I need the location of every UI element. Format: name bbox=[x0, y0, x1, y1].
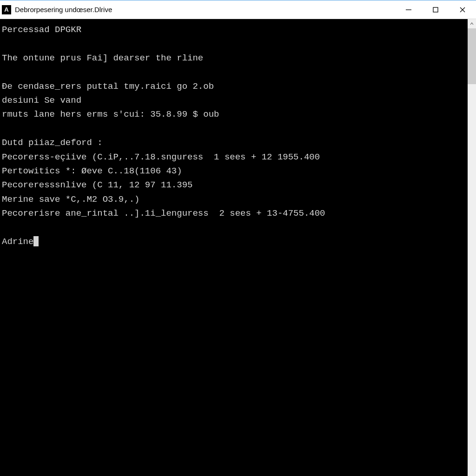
scroll-thumb[interactable] bbox=[468, 28, 476, 84]
terminal-prompt-line[interactable]: Adrine bbox=[2, 235, 466, 249]
vertical-scrollbar[interactable] bbox=[468, 19, 476, 476]
app-window: A Debrorpesering undœser.Dlrive bbox=[0, 0, 476, 476]
app-icon: A bbox=[2, 5, 11, 14]
terminal-line bbox=[2, 37, 466, 51]
terminal-line: Pertowitics *: Øeve C..18(1106 43) bbox=[2, 164, 466, 178]
maximize-icon bbox=[432, 7, 439, 13]
terminal-line bbox=[2, 220, 466, 234]
terminal-line: Percessad DPGKR bbox=[2, 23, 466, 37]
close-button[interactable] bbox=[449, 0, 476, 19]
window-title: Debrorpesering undœser.Dlrive bbox=[15, 6, 112, 13]
window-controls bbox=[395, 0, 476, 19]
terminal-line: The ontune prus Fai] dearser the rline bbox=[2, 51, 466, 65]
terminal-line: Dutd piiaz_deford : bbox=[2, 136, 466, 150]
terminal-container: Percessad DPGKRThe ontune prus Fai] dear… bbox=[0, 19, 476, 476]
terminal-output[interactable]: Percessad DPGKRThe ontune prus Fai] dear… bbox=[0, 19, 468, 476]
terminal-line: rmuts lane hers erms s'cui: 35.8.99 $ ou… bbox=[2, 107, 466, 121]
scroll-up-button[interactable] bbox=[468, 19, 476, 28]
svg-rect-1 bbox=[433, 7, 438, 12]
close-icon bbox=[459, 7, 466, 13]
terminal-line: Merine save *C,.M2 O3.9,.) bbox=[2, 192, 466, 206]
titlebar[interactable]: A Debrorpesering undœser.Dlrive bbox=[0, 0, 476, 19]
terminal-line bbox=[2, 122, 466, 136]
titlebar-left: A Debrorpesering undœser.Dlrive bbox=[2, 5, 112, 14]
chevron-up-icon bbox=[470, 22, 474, 25]
maximize-button[interactable] bbox=[422, 0, 449, 19]
terminal-line: desiuni Se vand bbox=[2, 93, 466, 107]
terminal-prompt: Adrine bbox=[2, 237, 33, 247]
terminal-line bbox=[2, 65, 466, 79]
minimize-button[interactable] bbox=[395, 0, 422, 19]
terminal-line: Pecorerisre ane_rintal ..].1i_lenguress … bbox=[2, 206, 466, 220]
terminal-line: Pecorerss-eçiive (C.iP,..7.18.snguress 1… bbox=[2, 150, 466, 164]
terminal-cursor bbox=[33, 236, 39, 246]
terminal-line: Đe cendase_rers puttal tmy.raici go 2.ob bbox=[2, 79, 466, 93]
minimize-icon bbox=[405, 7, 412, 13]
terminal-line: Pecoreresssnlive (C 11, 12 97 11.395 bbox=[2, 178, 466, 192]
